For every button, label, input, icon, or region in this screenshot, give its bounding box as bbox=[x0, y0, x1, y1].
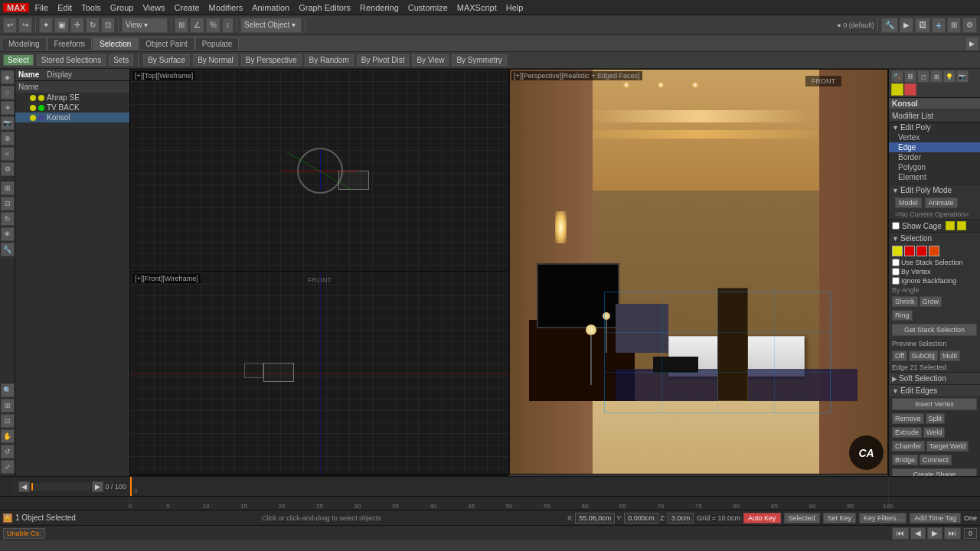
play-last-btn[interactable]: ⏭ bbox=[944, 527, 961, 540]
snap-percent-btn[interactable]: % bbox=[206, 18, 220, 33]
create-helpers-icon[interactable]: ⊕ bbox=[1, 132, 15, 145]
create-shapes-icon[interactable]: ○ bbox=[1, 86, 15, 99]
create-spacewarps-icon[interactable]: ≈ bbox=[1, 147, 15, 161]
sel-color-red1[interactable] bbox=[904, 246, 915, 256]
menu-create[interactable]: Create bbox=[171, 3, 204, 12]
off-btn[interactable]: Off bbox=[892, 350, 907, 361]
bridge-btn[interactable]: Bridge bbox=[892, 455, 918, 465]
mode-by-random[interactable]: By Random bbox=[305, 54, 354, 66]
add-btn[interactable]: + bbox=[932, 18, 946, 33]
menu-graph-editors[interactable]: Graph Editors bbox=[295, 3, 354, 12]
remove-btn[interactable]: Remove bbox=[892, 413, 924, 424]
render-btn[interactable]: ▶ bbox=[900, 18, 913, 33]
ignore-backfacing-checkbox[interactable] bbox=[892, 277, 900, 285]
ring-btn[interactable]: Ring bbox=[892, 310, 913, 321]
mode-by-surface[interactable]: By Surface bbox=[143, 54, 190, 66]
zoom-all-icon[interactable]: ⊞ bbox=[1, 399, 15, 412]
viewport-perspective[interactable]: [+][Perspective][Realistic + Edged Faces… bbox=[509, 69, 888, 474]
ep-model-btn[interactable]: Model bbox=[895, 197, 922, 208]
play-first-btn[interactable]: ⏮ bbox=[892, 527, 909, 540]
sel-color-yellow[interactable] bbox=[892, 246, 903, 256]
modifier-list-header[interactable]: Modifier List bbox=[889, 110, 980, 122]
tree-item-konsol[interactable]: Konsol bbox=[15, 112, 129, 122]
undo-btn[interactable]: ↩ bbox=[3, 18, 17, 33]
orbit-icon[interactable]: ↺ bbox=[1, 445, 15, 458]
show-cage-color1[interactable] bbox=[946, 221, 955, 230]
connect-btn[interactable]: Connect bbox=[920, 455, 952, 465]
menu-maxscript[interactable]: MAXScript bbox=[453, 3, 501, 12]
mode-select[interactable]: Select bbox=[3, 54, 34, 66]
mode-sets[interactable]: Sets bbox=[109, 54, 133, 66]
menu-customize[interactable]: Customize bbox=[404, 3, 452, 12]
create-geometry-icon[interactable]: ◈ bbox=[1, 70, 15, 84]
viewport-left[interactable]: [+][Left][Wireframe] bbox=[130, 474, 509, 476]
field-of-view-icon[interactable]: ⊡ bbox=[1, 414, 15, 428]
mode-stored-sel[interactable]: Stored Selections bbox=[37, 54, 106, 66]
weld-btn[interactable]: Weld bbox=[923, 427, 945, 438]
scene-tab-display[interactable]: Display bbox=[47, 70, 72, 79]
split-btn[interactable]: Split bbox=[926, 413, 946, 424]
viewport-front[interactable]: [+][Front][Wireframe] FRONT bbox=[130, 272, 509, 474]
edit-edges-header[interactable]: ▼ Edit Edges bbox=[889, 384, 980, 396]
rp-icon-cam[interactable]: 📷 bbox=[956, 70, 969, 83]
menu-group[interactable]: Group bbox=[106, 3, 138, 12]
selected-dropdown[interactable]: Selected bbox=[784, 513, 820, 523]
extrude-btn[interactable]: Extrude bbox=[892, 427, 922, 438]
modify-icon[interactable]: ⊞ bbox=[1, 181, 15, 195]
mode-by-pivot[interactable]: By Pivot Dist bbox=[357, 54, 410, 66]
tr-ruler[interactable]: 0510152025303540455055606570758085909510… bbox=[130, 497, 888, 510]
move-btn[interactable]: ✛ bbox=[70, 18, 84, 33]
create-lights-icon[interactable]: ☀ bbox=[1, 101, 15, 115]
mode-by-view[interactable]: By View bbox=[412, 54, 449, 66]
tl-bar[interactable] bbox=[31, 483, 90, 491]
play-btn[interactable]: ▶ bbox=[927, 527, 942, 540]
motion-icon[interactable]: ↻ bbox=[1, 212, 15, 226]
menu-tools[interactable]: Tools bbox=[77, 3, 105, 12]
rp-icon-light[interactable]: 💡 bbox=[943, 70, 956, 83]
autokey-btn[interactable]: Auto Key bbox=[743, 513, 781, 523]
ref-coord-dropdown[interactable]: View ▾ bbox=[122, 18, 168, 33]
play-prev-btn[interactable]: ◀ bbox=[910, 527, 926, 540]
modifier-edit-poly[interactable]: ▼ Edit Poly bbox=[889, 122, 980, 132]
ep-mode-header[interactable]: ▼ Edit Poly Mode bbox=[889, 184, 980, 196]
tl-next-btn[interactable]: ▶ bbox=[92, 481, 103, 492]
insert-vertex-btn[interactable]: Insert Vertex bbox=[892, 398, 977, 410]
settings-btn[interactable]: ⚙ bbox=[962, 18, 977, 33]
pan-icon[interactable]: ✋ bbox=[1, 429, 15, 443]
by-vertex-checkbox[interactable] bbox=[892, 268, 900, 276]
display-icon[interactable]: 👁 bbox=[1, 227, 15, 241]
use-stack-checkbox[interactable] bbox=[892, 259, 900, 266]
sel-color-red2[interactable] bbox=[916, 246, 927, 256]
hierarchy-icon[interactable]: ⊟ bbox=[1, 197, 15, 210]
rp-icon-color2[interactable] bbox=[904, 83, 916, 96]
sel-color-orange[interactable] bbox=[929, 246, 939, 256]
modifier-polygon[interactable]: Polygon bbox=[889, 162, 980, 172]
show-cage-checkbox[interactable] bbox=[892, 222, 900, 230]
menu-file[interactable]: File bbox=[31, 3, 52, 12]
tab-object-paint[interactable]: Object Paint bbox=[139, 37, 194, 50]
ep-animate-btn[interactable]: Animate bbox=[925, 197, 958, 208]
tab-selection[interactable]: Selection bbox=[93, 37, 138, 50]
create-systems-icon[interactable]: ⚙ bbox=[1, 162, 15, 176]
tab-freeform[interactable]: Freeform bbox=[47, 37, 93, 50]
maximize-vp-icon[interactable]: ⤢ bbox=[1, 460, 15, 474]
utilities-icon[interactable]: 🔧 bbox=[1, 243, 15, 256]
modifier-border[interactable]: Border bbox=[889, 152, 980, 162]
show-cage-color2[interactable] bbox=[957, 221, 966, 230]
tab-modeling[interactable]: Modeling bbox=[2, 37, 47, 50]
menu-help[interactable]: Help bbox=[502, 3, 528, 12]
rp-icon-hammer[interactable]: 🔨 bbox=[891, 70, 903, 83]
zoom-icon[interactable]: 🔍 bbox=[1, 383, 15, 397]
scene-tab-name[interactable]: Name bbox=[18, 70, 39, 79]
key-filters-btn[interactable]: Key Filters... bbox=[859, 513, 906, 523]
chamfer-btn[interactable]: Chamfer bbox=[892, 441, 925, 452]
mode-by-normal[interactable]: By Normal bbox=[193, 54, 238, 66]
shrink-btn[interactable]: Shrink bbox=[892, 296, 918, 307]
set-key-btn[interactable]: Set Key bbox=[823, 513, 857, 523]
select-btn[interactable]: ✦ bbox=[39, 18, 53, 33]
soft-sel-header[interactable]: ▶ Soft Selection bbox=[889, 372, 980, 384]
tab-options-btn[interactable]: ▶ bbox=[965, 37, 978, 51]
redo-btn[interactable]: ↪ bbox=[18, 18, 32, 33]
modifier-edge[interactable]: Edge bbox=[889, 142, 980, 152]
mode-by-perspective[interactable]: By Perspective bbox=[241, 54, 302, 66]
